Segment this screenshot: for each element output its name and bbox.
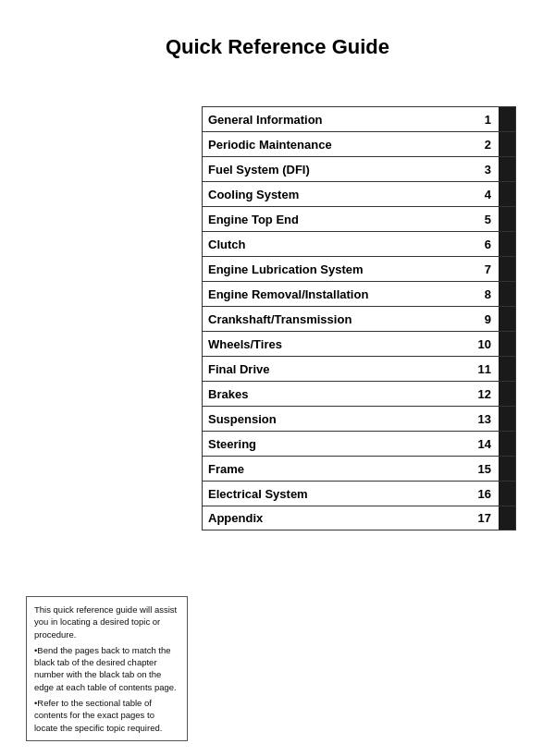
toc-item-tab (499, 257, 515, 281)
toc-item-number: 1 (469, 109, 499, 130)
note-line: •Refer to the sectional table of content… (34, 697, 179, 734)
toc-item: Steering14 (202, 431, 516, 456)
toc-item-label: General Information (203, 109, 469, 130)
toc-item: Engine Lubrication System7 (202, 256, 516, 281)
toc-item: Cooling System4 (202, 181, 516, 206)
toc-item: Engine Top End5 (202, 206, 516, 231)
toc-item-tab (499, 407, 515, 431)
toc-item-label: Fuel System (DFI) (203, 159, 469, 180)
toc-item-tab (499, 357, 515, 381)
toc-item-tab (499, 182, 515, 206)
toc-item-label: Suspension (203, 408, 469, 430)
toc-item: Electrical System16 (202, 481, 516, 506)
toc-container: General Information1Periodic Maintenance… (202, 106, 516, 530)
toc-item-number: 6 (469, 234, 499, 255)
toc-item-label: Engine Removal/Installation (203, 284, 469, 305)
toc-item-tab (499, 307, 515, 331)
toc-item-label: Engine Lubrication System (203, 259, 469, 280)
toc-item: Frame15 (202, 456, 516, 481)
toc-item-label: Cooling System (203, 184, 469, 205)
toc-item-number: 11 (469, 359, 499, 380)
toc-item: Appendix17 (202, 506, 516, 530)
toc-item-label: Electrical System (203, 483, 469, 505)
toc-item-label: Clutch (203, 234, 469, 255)
toc-item-number: 14 (469, 433, 499, 455)
toc-item-tab (499, 232, 515, 256)
toc-item-tab (499, 382, 515, 406)
toc-item-tab (499, 207, 515, 231)
toc-item-number: 9 (469, 309, 499, 330)
toc-item: Clutch6 (202, 231, 516, 256)
toc-item-tab (499, 432, 515, 456)
toc-item-tab (499, 457, 515, 481)
toc-item-number: 3 (469, 159, 499, 180)
note-line: •Bend the pages back to match the black … (34, 644, 179, 693)
toc-item-number: 12 (469, 384, 499, 405)
toc-item: Wheels/Tires10 (202, 331, 516, 356)
toc-item-tab (499, 506, 515, 530)
toc-item-number: 10 (469, 334, 499, 355)
toc-item-label: Wheels/Tires (203, 334, 469, 355)
toc-item-number: 7 (469, 259, 499, 280)
toc-item-label: Steering (203, 433, 469, 455)
toc-item: Engine Removal/Installation8 (202, 281, 516, 306)
toc-item-label: Periodic Maintenance (203, 134, 469, 155)
toc-item-number: 2 (469, 134, 499, 155)
toc-item: Suspension13 (202, 406, 516, 431)
toc-item-number: 13 (469, 408, 499, 430)
toc-item-tab (499, 482, 515, 506)
toc-item-tab (499, 107, 515, 131)
toc-item-tab (499, 282, 515, 306)
toc-item-number: 5 (469, 209, 499, 230)
note-line: This quick reference guide will assist y… (34, 604, 179, 640)
toc-item: Periodic Maintenance2 (202, 131, 516, 156)
toc-item-number: 15 (469, 458, 499, 480)
toc-item-tab (499, 132, 515, 156)
toc-item: Final Drive11 (202, 356, 516, 381)
toc-item: General Information1 (202, 106, 516, 131)
toc-item-number: 16 (469, 483, 499, 505)
toc-item-tab (499, 332, 515, 356)
page: Quick Reference Guide General Informatio… (0, 0, 555, 756)
page-title: Quick Reference Guide (0, 0, 555, 85)
note-box: This quick reference guide will assist y… (26, 596, 188, 741)
toc-item: Crankshaft/Transmission9 (202, 306, 516, 331)
toc-item-number: 17 (469, 507, 499, 529)
toc-item: Fuel System (DFI)3 (202, 156, 516, 181)
toc-item-label: Brakes (203, 384, 469, 405)
toc-item-label: Appendix (203, 507, 469, 529)
toc-item-label: Frame (203, 458, 469, 480)
toc-item-label: Crankshaft/Transmission (203, 309, 469, 330)
toc-item-label: Engine Top End (203, 209, 469, 230)
toc-item-number: 4 (469, 184, 499, 205)
toc-item-label: Final Drive (203, 359, 469, 380)
toc-item-tab (499, 157, 515, 181)
toc-item-number: 8 (469, 284, 499, 305)
toc-item: Brakes12 (202, 381, 516, 406)
